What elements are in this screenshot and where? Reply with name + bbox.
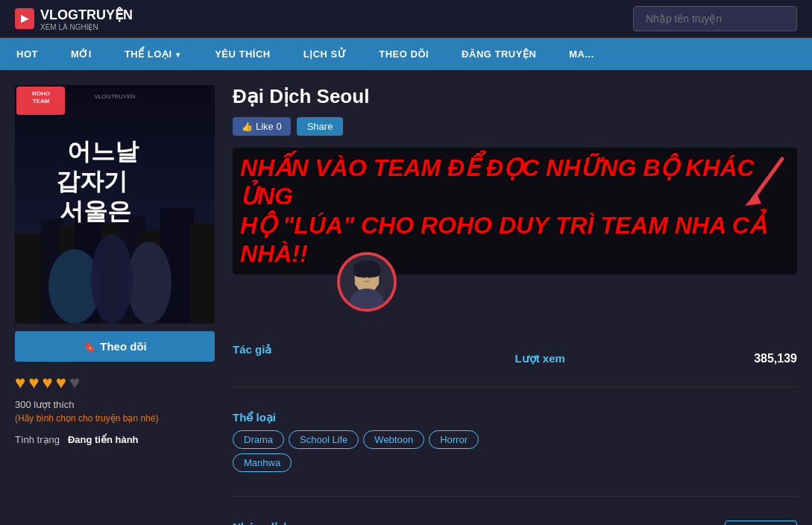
nav-theo-doi[interactable]: THEO DÕI [362,38,445,70]
translator-promo-avatar[interactable] [337,252,397,312]
promo-text-line1: NHẤN VÀO TEAM ĐỂ ĐỌC NHỮNG BỘ KHÁC ỦNG [240,154,790,211]
svg-text:어느날: 어느날 [67,138,139,165]
site-name: VLOGTRUYỆN [40,7,133,23]
nav-hot[interactable]: HOT [0,38,54,70]
luot-xem-value: 385,139 [754,343,797,368]
svg-rect-29 [353,265,380,277]
luot-xem-label: Lượt xem [515,343,565,368]
logo-area: ▶ VLOGTRUYỆN XEM LÀ NGHIỆN [15,7,133,31]
follow-button[interactable]: 🔖 Theo dõi [15,331,215,362]
header: ▶ VLOGTRUYỆN XEM LÀ NGHIỆN [0,0,812,38]
nav-more[interactable]: MA... [553,38,611,70]
main-content: ROHO TEAM VLOGTRUYEN 어느날 갑자기 서울은 🔖 Theo … [0,70,812,525]
rating-prompt-link[interactable]: (Hãy bình chọn cho truyện bạn nhé) [15,413,215,424]
star-5[interactable]: ♥ [69,372,80,393]
svg-point-19 [91,234,133,324]
star-2[interactable]: ♥ [28,372,39,393]
lich-ra-mat-label: Lịch ra mất [515,521,576,525]
rating-count: 300 lượt thích (Hãy bình chọn cho truyện… [15,399,215,424]
manga-cover: ROHO TEAM VLOGTRUYEN 어느날 갑자기 서울은 [15,85,215,324]
divider-2 [233,496,797,497]
content-area: ROHO TEAM VLOGTRUYEN 어느날 갑자기 서울은 🔖 Theo … [15,85,797,525]
info-side: Đại Dịch Seoul 👍 Like 0 Share NHẤN VÀO T… [233,85,797,525]
translator-avatar-image [340,252,394,312]
svg-text:VLOGTRUYEN: VLOGTRUYEN [94,93,135,100]
nav-yeu-thich[interactable]: YÊU THÍCH [198,38,287,70]
nav-dang-truyen[interactable]: ĐĂNG TRUYỆN [445,38,553,70]
genre-tags: Drama School Life Webtoon Horror Manhwa [233,427,515,481]
status-row: Tình trạng Đang tiến hành [15,434,215,445]
svg-text:ROHO: ROHO [32,90,50,97]
cover-side: ROHO TEAM VLOGTRUYEN 어느날 갑자기 서울은 🔖 Theo … [15,85,215,525]
search-input[interactable] [633,6,797,31]
main-nav: HOT MỚI THỂ LOẠI YÊU THÍCH LỊCH SỬ THEO … [0,38,812,70]
nav-moi[interactable]: MỚI [54,38,108,70]
svg-text:TEAM: TEAM [33,98,50,104]
genre-horror[interactable]: Horror [429,430,479,449]
status-value: Đang tiến hành [68,434,139,445]
social-row: 👍 Like 0 Share [233,117,797,136]
the-loai-label: Thể loại [233,402,515,427]
logo-icon: ▶ [15,8,34,29]
svg-rect-1 [15,234,45,324]
info-grid: Tác giả Lượt xem 385,139 Thể loại Drama … [233,334,797,525]
genre-manhwa[interactable]: Manhwa [233,453,292,472]
bookmark-icon: 🔖 [83,341,95,353]
genre-webtoon[interactable]: Webtoon [363,430,424,449]
share-button[interactable]: Share [297,117,344,136]
nav-lich-su[interactable]: LỊCH SỬ [287,38,363,70]
star-4[interactable]: ♥ [56,372,66,393]
like-button[interactable]: 👍 Like 0 [233,117,291,136]
svg-text:서울은: 서울은 [60,198,131,224]
nav-the-loai[interactable]: THỂ LOẠI [108,38,198,70]
svg-marker-21 [745,192,761,206]
svg-point-18 [127,242,171,324]
release-badge: Hàng ngày [725,521,797,525]
promo-text-line2: HỘ "LÚA" CHO ROHO DUY TRÌ TEAM NHA CẢ NH… [240,211,790,268]
svg-rect-9 [190,223,215,324]
genre-drama[interactable]: Drama [233,430,284,449]
star-3[interactable]: ♥ [43,372,53,393]
nhom-dich-label: Nhóm dịch [233,512,515,525]
star-1[interactable]: ♥ [15,372,25,393]
promo-banner: NHẤN VÀO TEAM ĐỂ ĐỌC NHỮNG BỘ KHÁC ỦNG H… [233,148,797,274]
tac-gia-label: Tác giả [233,334,515,371]
site-tagline: XEM LÀ NGHIỆN [40,23,133,31]
star-rating: ♥ ♥ ♥ ♥ ♥ [15,372,215,393]
promo-arrow-icon [730,155,790,215]
divider-1 [233,386,797,387]
svg-text:갑자기: 갑자기 [56,168,128,195]
svg-line-20 [752,159,782,200]
manga-title: Đại Dịch Seoul [233,85,797,108]
cover-svg: ROHO TEAM VLOGTRUYEN 어느날 갑자기 서울은 [15,85,215,324]
genre-school-life[interactable]: School Life [289,430,359,449]
thumb-icon: 👍 [242,122,253,132]
